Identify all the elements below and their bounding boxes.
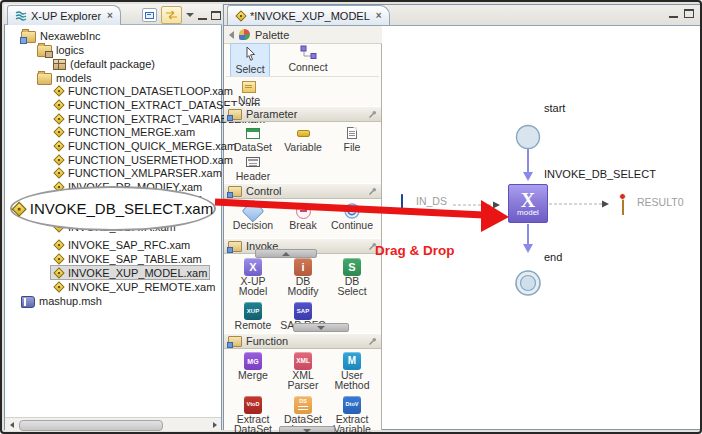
tool-select[interactable]: Select [230,43,270,77]
scroll-left-icon[interactable] [5,419,18,431]
file-icon [347,127,357,139]
break-icon [296,204,311,219]
palette-item-file[interactable]: File [328,124,376,152]
explorer-tab-title: X-UP Explorer [31,10,101,22]
xam-file-icon [53,267,64,278]
maximize-view-button[interactable] [211,11,221,20]
collapse-palette-icon[interactable] [229,31,234,39]
drawer-icon [228,186,242,197]
drag-drop-label: Drag & Drop [375,243,455,258]
tab-invoke-xup-model[interactable]: *INVOKE_XUP_MODEL × [227,5,390,25]
pin-icon[interactable] [368,187,377,196]
xam-file-icon [53,154,64,165]
drawer-icon [228,336,242,347]
palette-item-extract-dataset[interactable]: VtoD Extract DataSet [229,396,277,434]
tree-item[interactable]: mashup.msh [5,294,234,307]
continue-icon [344,203,360,219]
node-title: INVOKE_DB_SELECT [544,168,656,180]
palette-title: Palette [255,29,289,41]
xam-file-icon [53,239,64,250]
input-param-label[interactable]: IN_DS [416,195,447,207]
dataset-in-icon [401,194,403,213]
callout-ellipse: INVOKE_DB_SELECT.xam [10,186,216,231]
tool-connect[interactable]: Connect [285,43,331,74]
palette-item-db-modify[interactable]: i DB Modify [279,258,327,296]
start-label: start [544,102,565,114]
output-param-label[interactable]: RESULT0 [637,196,684,208]
xam-file-icon [53,140,64,151]
section-function[interactable]: Function [224,333,381,349]
palette-item-merge[interactable]: MG Merge [229,352,277,380]
package-folder-icon [37,45,52,57]
scroll-up-button[interactable] [255,249,317,258]
palette-item-db-select[interactable]: S DB Select [328,258,376,296]
invoke-db-select-node[interactable]: X model [508,184,548,223]
minimize-editor-button[interactable] [669,9,678,18]
palette-item-remote[interactable]: XUP Remote [229,302,277,330]
collapse-all-button[interactable] [142,8,157,22]
tree-item[interactable]: (default package) [5,57,266,70]
xup-model-icon: X [244,258,262,276]
scrollbar-thumb[interactable] [19,420,163,431]
dataset-out-icon [622,196,624,215]
palette-icon [239,29,250,40]
tool-note[interactable]: Note [230,79,268,107]
palette-item-decision[interactable]: Decision [229,202,277,230]
tree-item[interactable]: models [5,71,250,84]
horizontal-scrollbar[interactable] [5,417,221,431]
palette-item-header[interactable]: Header [229,153,277,181]
connect-icon [300,45,317,60]
palette-item-variable[interactable]: Variable [279,124,327,152]
project-icon [21,31,36,43]
close-icon[interactable]: × [376,11,382,21]
xam-file-icon [53,281,64,292]
view-menu-chevron-icon[interactable] [186,13,194,17]
palette-item-extract-variable[interactable]: DtoV Extract Variable [328,396,376,434]
palette-item-dataset[interactable]: DataSet [229,124,277,152]
section-control[interactable]: Control [224,183,381,199]
section-parameter[interactable]: Parameter [224,106,381,122]
scroll-right-icon[interactable] [208,419,221,431]
scroll-down-button[interactable] [293,323,349,332]
end-label: end [544,251,562,263]
palette-item-break[interactable]: Break [279,202,327,230]
tree-item[interactable]: logics [5,43,250,56]
scroll-down-button[interactable] [279,426,335,434]
tree-item[interactable]: FUNCTION_USERMETHOD.xam [5,153,266,166]
application-window: X-UP Explorer × NexawebInc logics (defau… [0,0,702,434]
tree-item[interactable]: FUNCTION_DATASETLOOP.xam [5,84,266,97]
mashup-file-icon [21,296,35,308]
xam-file-icon [53,99,64,110]
link-with-editor-button[interactable] [161,6,182,24]
minimize-view-button[interactable] [198,11,207,20]
tree-item[interactable]: INVOKE_XUP_REMOTE.xam [5,280,266,293]
palette-item-user-method[interactable]: M User Method [328,352,376,390]
package-icon [53,59,66,70]
maximize-editor-button[interactable] [684,9,694,18]
dataset-loop-icon: DS [294,396,312,414]
db-select-icon: S [343,258,361,276]
db-modify-icon: i [294,258,312,276]
palette-item-xml-parser[interactable]: XML XML Parser [279,352,327,390]
callout-label: INVOKE_DB_SELECT.xam [30,200,213,217]
tree-item[interactable]: FUNCTION_MERGE.xam [5,125,266,138]
palette-divider [226,76,379,77]
xam-file-icon [53,167,64,178]
remote-icon: XUP [244,302,262,320]
user-method-icon: M [343,352,361,370]
close-icon[interactable]: × [107,11,113,21]
tree-item-selected[interactable]: INVOKE_XUP_MODEL.xam [5,266,266,279]
palette-item-xup-model[interactable]: X X-UP Model [229,258,277,296]
model-x-glyph: X [521,191,535,209]
tree-item[interactable]: FUNCTION_QUICK_MERGE.xam [5,139,266,152]
tree-item[interactable]: NexawebInc [5,29,234,42]
pin-icon[interactable] [368,337,377,346]
palette-item-continue[interactable]: Continue [328,202,376,230]
tab-xup-explorer[interactable]: X-UP Explorer × [7,5,121,25]
xml-parser-icon: XML [294,352,312,370]
pin-icon[interactable] [368,110,377,119]
xam-file-icon [53,126,64,137]
tree-item[interactable]: FUNCTION_XMLPARSER.xam [5,166,266,179]
drawer-icon [228,109,242,120]
palette-header[interactable]: Palette [224,26,382,44]
